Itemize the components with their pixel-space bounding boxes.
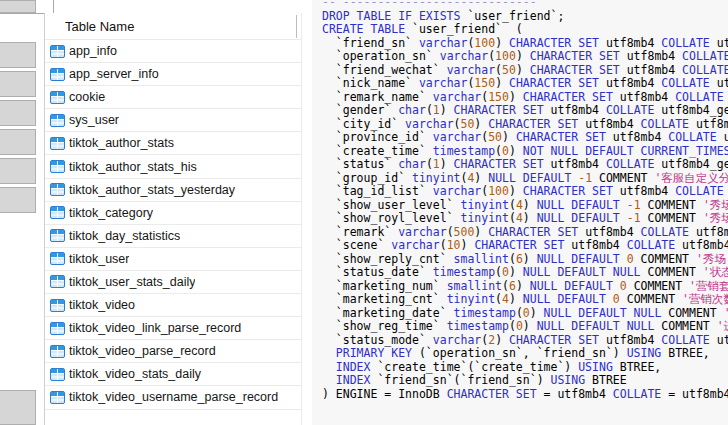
sql-line: `status` char(1) CHARACTER SET utf8mb4 C… [322,158,728,172]
sql-line: `nick_name` varchar(150) CHARACTER SET u… [322,77,728,91]
table-name-label: tiktok_video_parse_record [69,344,216,358]
table-row[interactable]: tiktok_video_stats_daily [45,363,301,386]
sql-line: `operation_sn` varchar(100) CHARACTER SE… [322,50,728,64]
sql-line: INDEX `friend_sn`(`friend_sn`) USING BTR… [322,374,728,388]
grid-row-header[interactable] [0,71,36,97]
table-row[interactable]: cookie [45,86,301,109]
sql-line: `marketing_date` timestamp(0) NULL DEFAU… [322,307,728,321]
table-row[interactable]: tiktok_video_link_parse_record [45,317,301,340]
table-list-panel: Table Name app_infoapp_server_infocookie… [44,13,302,425]
left-grid-strip [0,0,38,425]
table-name-label: tiktok_category [69,206,153,220]
table-row[interactable]: tiktok_video_parse_record [45,340,301,363]
table-list-header-label: Table Name [65,19,134,34]
table-icon [50,275,65,288]
sql-line: `show_royl_level` tinyint(4) NULL DEFAUL… [322,212,728,226]
table-name-label: app_server_info [69,67,159,81]
table-name-label: app_info [69,44,117,58]
table-name-label: tiktok_user_stats_daily [69,275,195,289]
sql-line: CREATE TABLE `user_friend` ( [322,23,728,37]
table-icon [50,206,65,219]
table-name-label: tiktok_author_stats_his [69,160,197,174]
table-icon [50,252,65,265]
sql-line: `friend_wechat` varchar(50) CHARACTER SE… [322,64,728,78]
sql-line: `gender` char(1) CHARACTER SET utf8mb4 C… [322,104,728,118]
table-icon [50,391,65,404]
table-row[interactable]: app_server_info [45,63,301,86]
table-row[interactable]: app_info [45,40,301,63]
table-icon [50,345,65,358]
table-row[interactable]: tiktok_category [45,202,301,225]
sql-line: `city_id` varchar(50) CHARACTER SET utf8… [322,118,728,132]
sql-line: `show_user_level` tinyint(4) NULL DEFAUL… [322,199,728,213]
sql-line: `scene` varchar(10) CHARACTER SET utf8mb… [322,239,728,253]
grid-row-header[interactable] [0,187,36,213]
table-name-label: tiktok_video [69,298,135,312]
grid-row-header[interactable] [0,390,36,425]
table-row[interactable]: tiktok_video [45,294,301,317]
table-name-label: tiktok_video_link_parse_record [69,321,241,335]
sql-line: DROP TABLE IF EXISTS `user_friend`; [322,10,728,24]
grid-row-header[interactable] [0,100,36,126]
table-row[interactable]: tiktok_day_statistics [45,225,301,248]
table-icon [50,45,65,58]
sql-line: `group_id` tinyint(4) NULL DEFAULT -1 CO… [322,172,728,186]
sql-line: `status_mode` varchar(2) CHARACTER SET u… [322,334,728,348]
table-name-label: cookie [69,90,105,104]
table-icon [50,322,65,335]
table-name-label: sys_user [69,113,119,127]
sql-line: PRIMARY KEY (`operation_sn`, `friend_sn`… [322,347,728,361]
sql-line: ) ENGINE = InnoDB CHARACTER SET = utf8mb… [322,388,728,402]
sql-line: `province_id` varchar(50) CHARACTER SET … [322,131,728,145]
table-row[interactable]: tiktok_author_stats_his [45,155,301,178]
table-name-label: tiktok_video_stats_daily [69,367,201,381]
grid-row-header[interactable] [0,158,36,184]
table-icon [50,114,65,127]
table-icon [50,160,65,173]
table-icon [50,299,65,312]
sql-line: `show_reg_time` timestamp(0) NULL DEFAUL… [322,320,728,334]
sql-line: `friend_sn` varchar(100) CHARACTER SET u… [322,37,728,51]
sql-line: `create_time` timestamp(0) NOT NULL DEFA… [322,145,728,159]
table-icon [50,91,65,104]
table-icon [50,183,65,196]
table-list-rows: app_infoapp_server_infocookiesys_usertik… [45,40,301,410]
grid-row-header[interactable] [0,129,36,155]
table-icon [50,368,65,381]
table-name-label: tiktok_video_username_parse_record [69,390,278,404]
sql-line: `marketing_cnt` tinyint(4) NULL DEFAULT … [322,293,728,307]
sql-line: `status_date` timestamp(0) NULL DEFAULT … [322,266,728,280]
sql-editor[interactable]: -- ----------------------------DROP TABL… [312,0,728,425]
table-row[interactable]: tiktok_author_stats [45,132,301,155]
sql-line: `remark` varchar(500) CHARACTER SET utf8… [322,226,728,240]
table-name-label: tiktok_author_stats [69,136,174,150]
table-row[interactable]: tiktok_video_username_parse_record [45,386,301,409]
table-name-label: tiktok_author_stats_yesterday [69,183,235,197]
table-name-label: tiktok_user [69,252,129,266]
table-name-label: tiktok_day_statistics [69,229,180,243]
table-list-header[interactable]: Table Name [45,13,301,40]
table-row[interactable]: tiktok_user [45,248,301,271]
table-row[interactable]: tiktok_author_stats_yesterday [45,179,301,202]
sql-line: `show_reply_cnt` smallint(6) NULL DEFAUL… [322,253,728,267]
sql-line: INDEX `create_time`(`create_time`) USING… [322,361,728,375]
table-icon [50,68,65,81]
sql-line: `tag_id_list` varchar(100) CHARACTER SET… [322,185,728,199]
sql-code: -- ----------------------------DROP TABL… [322,0,728,401]
grid-row-header[interactable] [0,42,36,68]
table-icon [50,137,65,150]
column-resize-handle[interactable] [296,15,297,38]
sql-line: `marketing_num` smallint(6) NULL DEFAULT… [322,280,728,294]
sql-line: `remark_name` varchar(150) CHARACTER SET… [322,91,728,105]
corner-divider-vertical [53,0,54,13]
table-icon [50,229,65,242]
table-row[interactable]: tiktok_user_stats_daily [45,271,301,294]
grid-row-header[interactable] [0,0,36,13]
table-row[interactable]: sys_user [45,109,301,132]
